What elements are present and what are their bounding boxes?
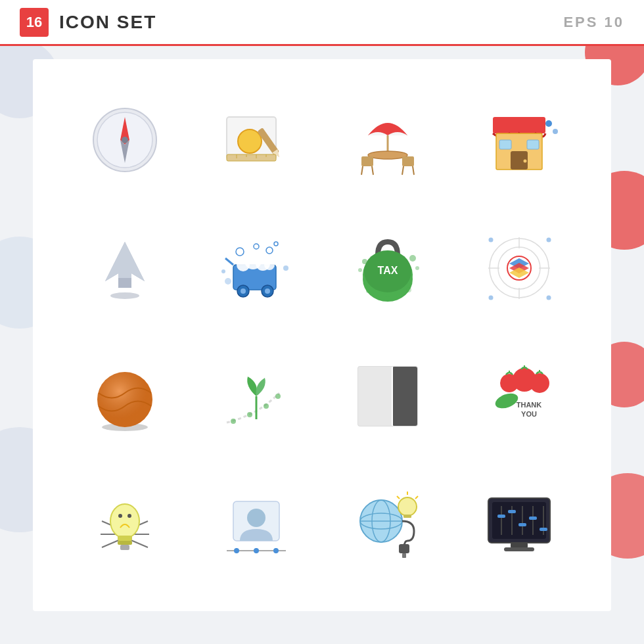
svg-point-48 [221, 269, 225, 273]
icon-cell-ball [59, 335, 191, 457]
svg-point-121 [398, 497, 417, 516]
icon-cell-equalizer [453, 463, 585, 585]
svg-rect-26 [499, 140, 511, 149]
icon-cell-compass [59, 79, 191, 200]
svg-rect-127 [492, 502, 546, 539]
icon-cell-design-tool [191, 79, 322, 200]
ball-icon [82, 354, 168, 439]
icon-cell-split-panel [322, 335, 453, 457]
svg-text:THANK: THANK [516, 401, 541, 409]
svg-rect-83 [392, 367, 417, 426]
icon-cell-person-timeline [191, 463, 322, 585]
split-panel-icon [345, 354, 430, 439]
svg-point-37 [264, 260, 275, 270]
svg-point-105 [127, 514, 131, 518]
svg-point-79 [264, 403, 269, 409]
svg-rect-128 [511, 543, 528, 548]
svg-point-6 [238, 129, 262, 153]
svg-line-21 [413, 166, 414, 175]
svg-point-39 [254, 244, 259, 249]
svg-rect-122 [403, 515, 411, 518]
svg-point-87 [530, 373, 549, 393]
plant-growth-icon [214, 354, 299, 439]
svg-rect-27 [527, 140, 539, 149]
icon-cell-bug-light [59, 463, 191, 585]
umbrella-table-icon [345, 97, 430, 183]
svg-point-57 [415, 266, 419, 270]
page-header: 16 ICON SET EPS 10 [0, 0, 644, 46]
svg-rect-131 [497, 515, 505, 518]
svg-point-72 [489, 295, 494, 300]
svg-line-124 [415, 496, 418, 499]
svg-point-38 [236, 248, 244, 256]
svg-point-54 [362, 259, 367, 264]
equalizer-icon [476, 482, 562, 567]
svg-point-78 [247, 412, 252, 417]
icon-cell-shop [453, 79, 585, 200]
compass-icon [82, 97, 168, 183]
svg-point-49 [225, 278, 231, 285]
svg-line-125 [397, 496, 400, 499]
svg-rect-101 [118, 536, 132, 541]
thank-you-icon: THANK YOU [476, 354, 562, 439]
svg-rect-135 [518, 523, 526, 526]
bug-light-icon [82, 482, 168, 567]
svg-rect-129 [504, 547, 534, 551]
svg-point-30 [110, 292, 139, 299]
icon-cell-cart-wash [191, 207, 322, 329]
svg-point-100 [110, 504, 139, 538]
svg-point-15 [368, 151, 407, 159]
arrow-nav-icon [82, 225, 168, 311]
svg-rect-139 [540, 528, 547, 531]
svg-rect-119 [399, 544, 409, 553]
svg-point-70 [489, 237, 494, 242]
svg-line-46 [225, 258, 233, 265]
layers-target-icon [476, 225, 562, 311]
design-tool-icon [214, 97, 299, 183]
svg-point-4 [122, 137, 128, 143]
svg-point-28 [545, 120, 552, 127]
svg-point-43 [241, 288, 246, 294]
svg-marker-32 [105, 242, 145, 281]
svg-rect-22 [493, 117, 545, 133]
icon-cell-tax-weight: TAX [322, 207, 453, 329]
svg-line-18 [361, 166, 363, 175]
svg-point-76 [97, 372, 152, 427]
tax-weight-icon: TAX [345, 225, 430, 311]
icon-cell-global-energy [322, 463, 453, 585]
svg-rect-82 [358, 367, 392, 426]
svg-point-71 [547, 237, 551, 242]
svg-point-55 [358, 268, 362, 272]
svg-rect-103 [120, 545, 129, 550]
svg-line-19 [372, 166, 373, 175]
svg-point-73 [547, 295, 551, 300]
svg-text:YOU: YOU [521, 410, 537, 418]
icon-count-badge: 16 [20, 8, 49, 37]
page-title: ICON SET [59, 12, 156, 33]
person-timeline-icon [214, 482, 299, 567]
eps-label: EPS 10 [563, 14, 624, 31]
svg-point-89 [500, 374, 518, 392]
icon-cell-plant-growth [191, 335, 322, 457]
global-energy-icon [345, 482, 430, 567]
svg-point-25 [524, 159, 527, 162]
svg-point-104 [118, 514, 122, 518]
icon-cell-umbrella-table [322, 79, 453, 200]
svg-rect-133 [508, 510, 516, 513]
svg-text:TAX: TAX [378, 265, 398, 276]
svg-rect-16 [361, 156, 373, 166]
svg-rect-102 [118, 541, 132, 545]
svg-rect-120 [402, 553, 406, 558]
svg-point-80 [275, 394, 281, 399]
icon-grid: TAX [59, 79, 585, 585]
shop-icon [476, 97, 562, 183]
icon-cell-layers-target [453, 207, 585, 329]
svg-rect-17 [402, 156, 414, 166]
header-left: 16 ICON SET [20, 8, 156, 37]
svg-point-107 [247, 509, 265, 527]
svg-point-59 [406, 287, 411, 292]
svg-point-56 [409, 255, 416, 262]
svg-rect-9 [227, 154, 276, 161]
svg-point-47 [283, 265, 288, 271]
svg-point-41 [274, 242, 278, 246]
